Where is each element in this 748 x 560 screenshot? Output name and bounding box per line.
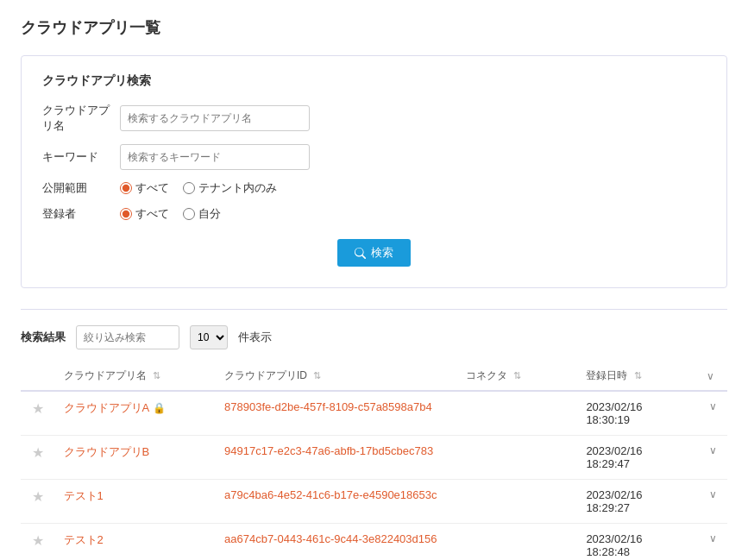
app-id-cell: 878903fe-d2be-457f-8109-c57a8598a7b4: [216, 391, 457, 436]
scope-tenant-option[interactable]: テナント内のみ: [183, 180, 277, 196]
sort-connector-icon: ⇅: [513, 370, 521, 381]
app-name-link[interactable]: テスト1: [64, 489, 104, 502]
col-app-name[interactable]: クラウドアプリ名 ⇅: [55, 362, 216, 391]
search-icon: [355, 248, 366, 259]
search-button[interactable]: 検索: [337, 239, 411, 267]
scope-tenant-label: テナント内のみ: [198, 180, 277, 196]
app-name-cell: テスト1: [55, 480, 216, 524]
results-header: 検索結果 10 25 50 件表示: [21, 322, 727, 349]
col-date[interactable]: 登録日時 ⇅: [577, 362, 698, 391]
star-icon[interactable]: ★: [32, 489, 44, 504]
registrant-self-option[interactable]: 自分: [183, 206, 221, 222]
table-row: ★テスト2aa674cb7-0443-461c-9c44-3e822403d15…: [21, 524, 727, 561]
star-icon[interactable]: ★: [32, 401, 44, 416]
scope-all-label: すべて: [135, 180, 169, 196]
filter-input[interactable]: [76, 325, 179, 349]
table-row: ★クラウドアプリB94917c17-e2c3-47a6-abfb-17bd5cb…: [21, 436, 727, 480]
star-icon[interactable]: ★: [32, 445, 44, 460]
app-name-link[interactable]: テスト2: [64, 533, 104, 546]
app-name-link[interactable]: クラウドアプリA: [64, 401, 150, 414]
page-title: クラウドアプリ一覧: [21, 17, 727, 38]
app-id-cell: a79c4ba6-4e52-41c6-b17e-e4590e18653c: [216, 480, 457, 524]
app-name-link[interactable]: クラウドアプリB: [64, 445, 150, 458]
date-cell: 2023/02/1618:29:27: [577, 480, 698, 524]
divider: [21, 309, 727, 310]
table-header-row: クラウドアプリ名 ⇅ クラウドアプリID ⇅ コネクタ ⇅ 登録日時 ⇅ ∨: [21, 362, 727, 391]
keyword-label: キーワード: [42, 149, 120, 165]
app-name-label: クラウドアプリ名: [42, 103, 120, 134]
star-icon[interactable]: ★: [32, 533, 44, 548]
results-table: クラウドアプリ名 ⇅ クラウドアプリID ⇅ コネクタ ⇅ 登録日時 ⇅ ∨ ★…: [21, 362, 727, 560]
sort-app-id-icon: ⇅: [313, 370, 321, 381]
scope-all-option[interactable]: すべて: [120, 180, 169, 196]
connector-cell: [457, 480, 578, 524]
date-cell: 2023/02/1618:28:48: [577, 524, 698, 561]
expand-all-icon[interactable]: ∨: [707, 370, 714, 382]
expand-cell[interactable]: ∨: [698, 524, 727, 561]
registrant-all-option[interactable]: すべて: [120, 206, 169, 222]
app-id-link[interactable]: aa674cb7-0443-461c-9c44-3e822403d156: [224, 532, 437, 545]
date-cell: 2023/02/1618:30:19: [577, 391, 698, 436]
col-expand: ∨: [698, 362, 727, 391]
sort-app-name-icon: ⇅: [153, 370, 160, 381]
col-star: [21, 362, 55, 391]
table-row: ★テスト1a79c4ba6-4e52-41c6-b17e-e4590e18653…: [21, 480, 727, 524]
app-id-link[interactable]: 94917c17-e2c3-47a6-abfb-17bd5cbec783: [224, 444, 433, 457]
connector-cell: [457, 436, 578, 480]
app-id-link[interactable]: a79c4ba6-4e52-41c6-b17e-e4590e18653c: [224, 488, 437, 501]
app-id-link[interactable]: 878903fe-d2be-457f-8109-c57a8598a7b4: [224, 400, 432, 413]
search-btn-row: 検索: [42, 239, 706, 267]
scope-tenant-radio[interactable]: [183, 182, 195, 194]
registrant-label: 登録者: [42, 206, 120, 222]
expand-cell[interactable]: ∨: [698, 391, 727, 436]
expand-cell[interactable]: ∨: [698, 436, 727, 480]
scope-label: 公開範囲: [42, 180, 120, 196]
keyword-input[interactable]: [120, 144, 310, 170]
date-cell: 2023/02/1618:29:47: [577, 436, 698, 480]
results-label: 検索結果: [21, 330, 66, 345]
scope-radio-group: すべて テナント内のみ: [120, 180, 277, 196]
registrant-radio-group: すべて 自分: [120, 206, 221, 222]
connector-cell: [457, 391, 578, 436]
search-panel-title: クラウドアプリ検索: [42, 73, 706, 89]
per-page-suffix: 件表示: [238, 330, 272, 345]
app-name-row: クラウドアプリ名: [42, 103, 706, 134]
star-cell[interactable]: ★: [21, 391, 55, 436]
registrant-all-label: すべて: [135, 206, 169, 222]
scope-row: 公開範囲 すべて テナント内のみ: [42, 180, 706, 196]
registrant-self-radio[interactable]: [183, 208, 195, 220]
app-name-input[interactable]: [120, 105, 310, 131]
registrant-self-label: 自分: [198, 206, 221, 222]
scope-all-radio[interactable]: [120, 182, 132, 194]
col-app-id[interactable]: クラウドアプリID ⇅: [216, 362, 457, 391]
expand-cell[interactable]: ∨: [698, 480, 727, 524]
app-name-cell: クラウドアプリA🔒: [55, 391, 216, 436]
star-cell[interactable]: ★: [21, 436, 55, 480]
sort-date-icon: ⇅: [634, 370, 642, 381]
lock-icon: 🔒: [153, 402, 166, 414]
search-panel: クラウドアプリ検索 クラウドアプリ名 キーワード 公開範囲 すべて テナント内の…: [21, 55, 727, 288]
app-name-cell: クラウドアプリB: [55, 436, 216, 480]
registrant-all-radio[interactable]: [120, 208, 132, 220]
star-cell[interactable]: ★: [21, 524, 55, 561]
app-id-cell: 94917c17-e2c3-47a6-abfb-17bd5cbec783: [216, 436, 457, 480]
col-connector[interactable]: コネクタ ⇅: [457, 362, 578, 391]
star-cell[interactable]: ★: [21, 480, 55, 524]
search-button-label: 検索: [371, 245, 393, 261]
table-row: ★クラウドアプリA🔒878903fe-d2be-457f-8109-c57a85…: [21, 391, 727, 436]
app-name-cell: テスト2: [55, 524, 216, 561]
keyword-row: キーワード: [42, 144, 706, 170]
app-id-cell: aa674cb7-0443-461c-9c44-3e822403d156: [216, 524, 457, 561]
per-page-select[interactable]: 10 25 50: [190, 325, 228, 349]
registrant-row: 登録者 すべて 自分: [42, 206, 706, 222]
connector-cell: [457, 524, 578, 561]
